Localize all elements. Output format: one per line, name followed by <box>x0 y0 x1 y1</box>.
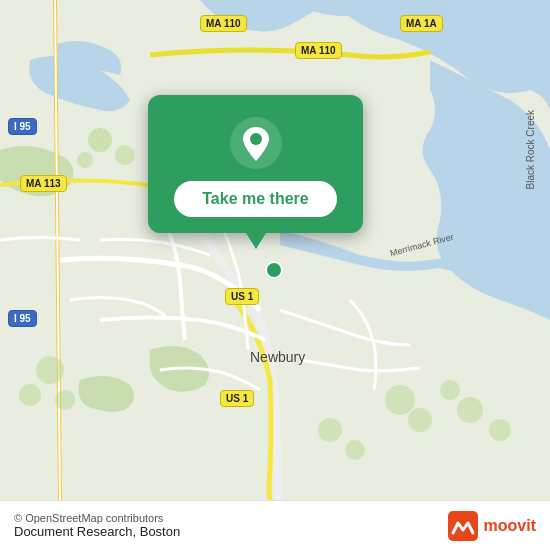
moovit-logo: moovit <box>448 511 536 541</box>
location-pin-icon <box>230 117 282 169</box>
take-me-there-button[interactable]: Take me there <box>174 181 336 217</box>
svg-point-9 <box>36 356 64 384</box>
moovit-text: moovit <box>484 517 536 535</box>
svg-point-11 <box>55 390 75 410</box>
svg-point-14 <box>266 262 282 278</box>
svg-point-8 <box>489 419 511 441</box>
svg-point-16 <box>250 133 262 145</box>
svg-point-10 <box>19 384 41 406</box>
svg-point-12 <box>318 418 342 442</box>
svg-rect-17 <box>448 511 478 541</box>
bottom-bar: © OpenStreetMap contributors Document Re… <box>0 500 550 550</box>
bottom-left-info: © OpenStreetMap contributors Document Re… <box>14 512 180 539</box>
svg-point-7 <box>457 397 483 423</box>
svg-point-6 <box>440 380 460 400</box>
svg-point-5 <box>408 408 432 432</box>
svg-point-2 <box>115 145 135 165</box>
black-rock-creek-label: Black Rock Creek <box>525 110 536 189</box>
moovit-icon <box>448 511 478 541</box>
copyright-text: © OpenStreetMap contributors <box>14 512 180 524</box>
popup-card: Take me there <box>148 95 363 233</box>
map-container: MA 110 MA 110 MA 1A MA 113 I 95 US 1 US … <box>0 0 550 500</box>
svg-point-3 <box>77 152 93 168</box>
newbury-label: Newbury <box>250 349 305 365</box>
svg-point-4 <box>385 385 415 415</box>
svg-point-1 <box>88 128 112 152</box>
page-title: Document Research, Boston <box>14 524 180 539</box>
svg-point-13 <box>345 440 365 460</box>
